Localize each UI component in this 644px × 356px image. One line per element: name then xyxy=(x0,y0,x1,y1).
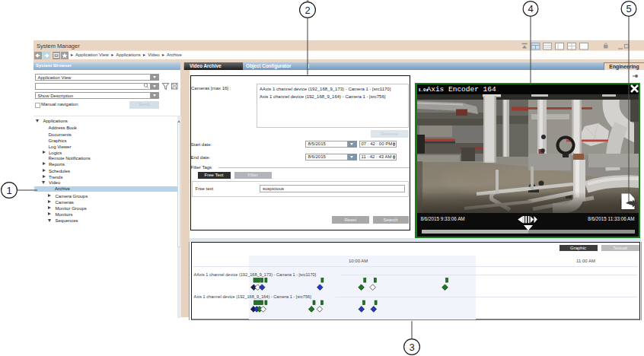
svg-text:4: 4 xyxy=(528,3,533,14)
svg-text:1: 1 xyxy=(6,185,11,196)
svg-text:2: 2 xyxy=(304,5,310,16)
svg-text:3: 3 xyxy=(409,342,414,353)
svg-text:5: 5 xyxy=(626,3,631,14)
